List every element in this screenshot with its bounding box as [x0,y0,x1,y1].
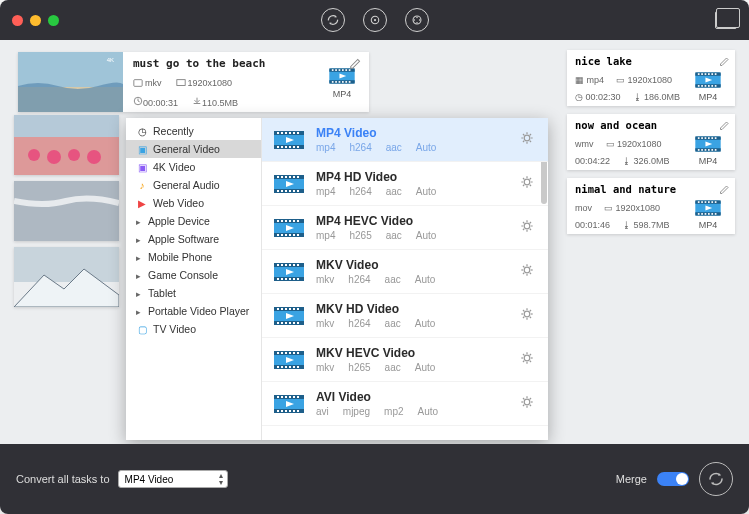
gear-icon[interactable] [516,347,538,373]
format-icon [272,259,306,285]
svg-rect-44 [14,181,119,241]
task-card[interactable]: now﻿ and ocean wmv▭ 1920x1080 00:04:22⭳ … [567,114,735,170]
chevron-right-icon [136,215,143,227]
format-list[interactable]: MP4 Videomp4h264aacAuto MP4 HD Videomp4h… [262,118,548,440]
window-controls [12,15,59,26]
category-mobile-phone[interactable]: Mobile Phone [126,248,261,266]
category-apple-software[interactable]: Apple Software [126,230,261,248]
convert-all-label: Convert all tasks to [16,473,110,485]
chevron-right-icon [136,305,143,317]
format-item[interactable]: MKV Videomkvh264aacAuto [262,250,548,294]
format-icon [272,303,306,329]
category-game-console[interactable]: Game Console [126,266,261,284]
refresh-icon[interactable] [321,8,345,32]
task-card[interactable]: nimal and nature mov▭ 1920x1080 00:01:46… [567,178,735,234]
thumbnail [14,181,119,241]
gear-icon[interactable] [516,171,538,197]
format-item[interactable]: MP4 HD Videomp4h264aacAuto [262,162,548,206]
svg-rect-36 [176,80,184,86]
task-card[interactable]: 4K must go to the beach mkv 1920x1080 00… [18,52,369,112]
youtube-icon: ▶ [136,197,148,209]
audio-icon: ♪ [136,179,148,191]
convert-all-dropdown[interactable]: MP4 Video ▴▾ [118,470,228,488]
4k-icon: ▣ [136,161,148,173]
task-title: must go to the beach [133,57,307,70]
svg-point-40 [28,149,40,161]
screens-icon[interactable] [715,11,737,29]
format-item[interactable]: AVI Videoavimjpegmp2Auto [262,382,548,426]
minimize-button[interactable] [30,15,41,26]
edit-icon[interactable] [349,56,363,74]
svg-rect-45 [14,247,119,282]
chevron-right-icon [136,251,143,263]
thumbnail [14,247,119,307]
task-title: now﻿ and ocean [575,119,687,131]
format-picker-popup: ◷Recently ▣General Video ▣4K Video ♪Gene… [126,118,548,440]
edit-icon[interactable] [719,53,731,71]
category-recently[interactable]: ◷Recently [126,122,261,140]
format-icon [272,391,306,417]
zoom-button[interactable] [48,15,59,26]
disc-icon[interactable] [363,8,387,32]
footer-bar: Convert all tasks to MP4 Video ▴▾ Merge [0,444,749,514]
task-title: nice lake [575,55,687,67]
merge-label: Merge [616,473,647,485]
format-icon [272,127,306,153]
svg-point-28 [416,17,418,19]
format-item[interactable]: MP4 Videomp4h264aacAuto [262,118,548,162]
chevron-right-icon [136,233,143,245]
svg-rect-35 [134,80,142,87]
category-tv-video[interactable]: ▢TV Video [126,320,261,338]
title-bar [0,0,749,40]
svg-point-26 [373,19,375,21]
convert-button[interactable] [699,462,733,496]
gear-icon[interactable] [516,215,538,241]
chevron-updown-icon: ▴▾ [219,472,223,486]
svg-point-31 [418,19,420,21]
svg-point-41 [47,150,61,164]
merge-toggle[interactable] [657,472,689,486]
format-icon [272,171,306,197]
close-button[interactable] [12,15,23,26]
chevron-right-icon [136,269,143,281]
format-icon [272,347,306,373]
category-sidebar: ◷Recently ▣General Video ▣4K Video ♪Gene… [126,118,262,440]
svg-point-29 [416,22,418,24]
output-format-icon[interactable] [693,133,723,155]
format-item[interactable]: MKV HEVC Videomkvh265aacAuto [262,338,548,382]
category-general-audio[interactable]: ♪General Audio [126,176,261,194]
svg-point-42 [68,149,80,161]
gear-icon[interactable] [516,391,538,417]
gear-icon[interactable] [516,127,538,153]
format-item[interactable]: MKV HD Videomkvh264aacAuto [262,294,548,338]
content-area: 4K must go to the beach mkv 1920x1080 00… [0,40,749,444]
edit-icon[interactable] [719,181,731,199]
film-icon: ▣ [136,143,148,155]
app-window: 4K must go to the beach mkv 1920x1080 00… [0,0,749,514]
svg-point-43 [87,150,101,164]
category-portable-player[interactable]: Portable Video Player [126,302,261,320]
gear-icon[interactable] [516,259,538,285]
format-item[interactable]: MP4 HEVC Videomp4h265aacAuto [262,206,548,250]
svg-rect-39 [14,115,119,137]
output-label: MP4 [333,89,352,99]
category-4k-video[interactable]: ▣4K Video [126,158,261,176]
thumbnail-strip [14,115,119,313]
output-format-icon[interactable] [693,197,723,219]
film-reel-icon[interactable] [405,8,429,32]
output-format-icon[interactable] [693,69,723,91]
chevron-right-icon [136,287,143,299]
svg-text:4K: 4K [107,57,114,63]
category-tablet[interactable]: Tablet [126,284,261,302]
category-web-video[interactable]: ▶Web Video [126,194,261,212]
task-card[interactable]: nice lake ▦ mp4▭ 1920x1080 ◷ 00:02:30⭳ 1… [567,50,735,106]
thumbnail [14,115,119,175]
category-apple-device[interactable]: Apple Device [126,212,261,230]
gear-icon[interactable] [516,303,538,329]
thumbnail: 4K [18,52,123,112]
format-icon [272,215,306,241]
category-general-video[interactable]: ▣General Video [126,140,261,158]
edit-icon[interactable] [719,117,731,135]
task-title: nimal and nature [575,183,687,195]
tv-icon: ▢ [136,323,148,335]
